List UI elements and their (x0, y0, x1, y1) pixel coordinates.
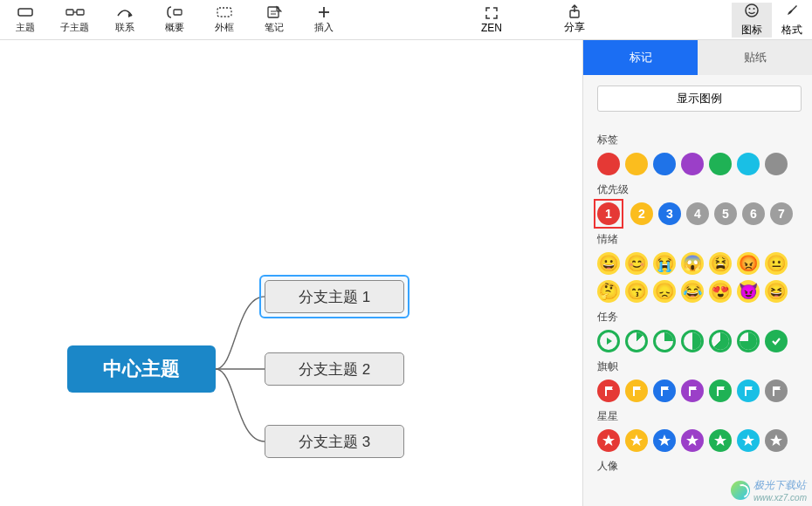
section-priority-title: 优先级 (597, 182, 802, 197)
tag-bubble-2[interactable] (653, 153, 676, 175)
panel-tab-icon[interactable]: 图标 (732, 3, 772, 38)
flag-3[interactable] (681, 380, 704, 402)
task-progress-3[interactable] (681, 330, 704, 352)
tag-bubble-4[interactable] (709, 153, 732, 175)
tag-bubble-6[interactable] (765, 153, 788, 175)
section-person-title: 人像 (597, 459, 802, 474)
expand-icon (482, 6, 501, 20)
branch-topic-1[interactable]: 分支主题 1 (265, 280, 404, 313)
flag-6[interactable] (765, 380, 788, 402)
star-4[interactable] (709, 429, 732, 452)
summary-icon (165, 5, 184, 19)
svg-marker-19 (658, 434, 671, 446)
priority-3[interactable]: 3 (658, 202, 681, 225)
markers-panel[interactable]: 显示图例 标签 优先级 1234567 情绪 😀😊😭😱😫😡😐 🤔😙😞😂😍😈😆 任… (583, 75, 812, 506)
mood-b-3[interactable]: 😂 (681, 280, 704, 303)
tag-bubble-3[interactable] (681, 153, 704, 175)
tool-subtopic[interactable]: 子主题 (53, 0, 97, 39)
flag-4[interactable] (709, 380, 732, 402)
mood-a-3[interactable]: 😱 (681, 252, 704, 275)
star-3[interactable] (681, 429, 704, 452)
svg-marker-23 (770, 434, 782, 446)
svg-marker-17 (602, 434, 615, 446)
tool-zen[interactable]: ZEN (461, 0, 522, 39)
tool-relation[interactable]: 联系 (103, 0, 147, 39)
svg-rect-3 (77, 10, 84, 15)
mood-a-5[interactable]: 😡 (737, 252, 760, 275)
branch-topic-3[interactable]: 分支主题 3 (265, 425, 404, 458)
star-row (597, 429, 802, 452)
priority-1-highlight: 1 (594, 199, 623, 229)
flag-0[interactable] (597, 380, 620, 402)
tag-bubble-1[interactable] (625, 153, 648, 175)
center-topic[interactable]: 中心主题 (67, 345, 216, 393)
priority-1[interactable]: 1 (597, 202, 620, 225)
svg-rect-5 (174, 10, 182, 15)
tag-bubble-0[interactable] (597, 153, 620, 175)
notes-icon (265, 5, 284, 19)
star-2[interactable] (653, 429, 676, 452)
priority-row: 1234567 (597, 202, 802, 225)
mood-b-5[interactable]: 😈 (737, 280, 760, 303)
mood-a-2[interactable]: 😭 (653, 252, 676, 275)
mindmap-canvas[interactable]: 中心主题 分支主题 1 分支主题 2 分支主题 3 (0, 40, 582, 506)
priority-6[interactable]: 6 (742, 202, 765, 225)
star-5[interactable] (737, 429, 760, 452)
mood-b-0[interactable]: 🤔 (597, 280, 620, 303)
tool-boundary[interactable]: 外框 (203, 0, 246, 39)
mood-row-1: 😀😊😭😱😫😡😐 (597, 252, 802, 275)
tab-stickers[interactable]: 贴纸 (698, 40, 812, 75)
mood-a-6[interactable]: 😐 (765, 252, 788, 275)
task-progress-1[interactable] (625, 330, 648, 352)
flag-2[interactable] (653, 380, 676, 402)
svg-marker-22 (742, 434, 754, 446)
tool-insert[interactable]: 插入 (302, 0, 346, 39)
brush-icon (784, 3, 800, 21)
share-icon (565, 4, 584, 18)
task-progress-6[interactable] (765, 330, 788, 352)
mood-b-4[interactable]: 😍 (709, 280, 732, 303)
tool-topic[interactable]: 主题 (3, 0, 47, 39)
tool-notes[interactable]: 笔记 (252, 0, 296, 39)
mood-a-0[interactable]: 😀 (597, 252, 620, 275)
svg-point-14 (749, 8, 751, 10)
svg-marker-21 (714, 434, 726, 446)
task-progress-4[interactable] (709, 330, 732, 352)
section-task-title: 任务 (597, 310, 802, 325)
section-star-title: 星星 (597, 409, 802, 424)
flag-1[interactable] (625, 380, 648, 402)
flag-5[interactable] (737, 380, 760, 402)
star-6[interactable] (765, 429, 788, 452)
priority-7[interactable]: 7 (770, 202, 793, 225)
tool-summary[interactable]: 概要 (153, 0, 196, 39)
mood-b-1[interactable]: 😙 (625, 280, 648, 303)
svg-rect-0 (18, 9, 32, 16)
subtopic-icon (65, 5, 85, 19)
task-progress-2[interactable] (653, 330, 676, 352)
side-panel: 标记 贴纸 显示图例 标签 优先级 1234567 情绪 😀😊😭😱😫😡😐 🤔😙😞… (582, 40, 812, 506)
priority-2[interactable]: 2 (630, 202, 653, 225)
task-progress-0[interactable] (597, 330, 620, 352)
branch-topic-2[interactable]: 分支主题 2 (265, 352, 404, 386)
show-legend-button[interactable]: 显示图例 (597, 85, 802, 112)
relation-icon (115, 5, 134, 19)
task-progress-5[interactable] (737, 330, 760, 352)
tag-bubble-5[interactable] (737, 153, 760, 175)
smiley-icon (744, 3, 760, 21)
boundary-icon (215, 5, 234, 19)
priority-5[interactable]: 5 (714, 202, 737, 225)
svg-rect-6 (217, 8, 231, 17)
tool-share[interactable]: 分享 (548, 0, 601, 39)
tag-row (597, 153, 802, 175)
star-0[interactable] (597, 429, 620, 452)
panel-tab-format[interactable]: 格式 (772, 3, 812, 38)
section-flag-title: 旗帜 (597, 359, 802, 374)
priority-4[interactable]: 4 (686, 202, 709, 225)
section-tag-title: 标签 (597, 133, 802, 147)
mood-a-1[interactable]: 😊 (625, 252, 648, 275)
mood-b-6[interactable]: 😆 (765, 280, 788, 303)
star-1[interactable] (625, 429, 648, 452)
tab-markers[interactable]: 标记 (583, 40, 698, 75)
mood-b-2[interactable]: 😞 (653, 280, 676, 303)
mood-a-4[interactable]: 😫 (709, 252, 732, 275)
